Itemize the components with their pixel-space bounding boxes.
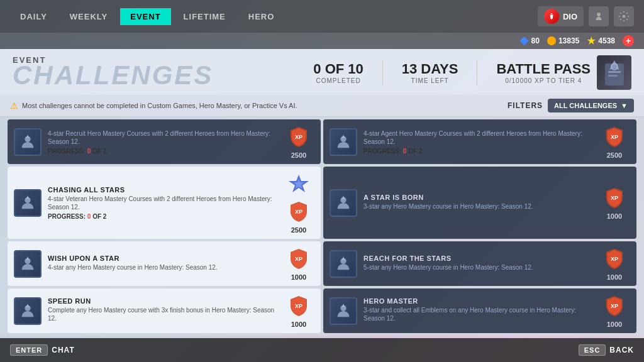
settings-icon-btn[interactable] [614, 6, 634, 26]
xp-shield-icon-4: XP [604, 186, 625, 210]
svg-text:XP: XP [611, 195, 618, 201]
blue-currency-icon [520, 36, 529, 45]
reward-value-1: 2500 [291, 151, 306, 159]
battle-pass-image [597, 55, 631, 90]
challenge-info-6: REACH FOR THE STARS5-star any Hero Maste… [364, 255, 592, 273]
challenge-reward-1: XP 2500 [283, 125, 314, 159]
warning-icon: ⚠ [10, 101, 18, 111]
filters-label: FILTERS [508, 101, 543, 110]
warning-message: ⚠ Most challenges cannot be completed in… [10, 101, 297, 111]
time-value: 13 DAYS [402, 61, 458, 77]
gold-currency-value: 13835 [558, 36, 579, 45]
svg-text:XP: XP [611, 256, 618, 262]
challenge-card-8[interactable]: HERO MASTER3-star and collect all Emblem… [323, 288, 636, 333]
completed-label: COMPLETED [316, 77, 360, 84]
add-currency-button[interactable]: + [623, 35, 634, 47]
stat-divider-1 [382, 60, 383, 85]
hero-avatar-5 [14, 250, 42, 278]
challenge-card-5[interactable]: WISH UPON A STAR4-star any Hero Mastery … [8, 241, 321, 286]
gold-currency: 13835 [547, 36, 579, 45]
challenge-desc-6: 5-star any Hero Mastery course in Hero M… [364, 263, 592, 272]
challenge-info-7: SPEED RUNComplete any Hero Mastery cours… [48, 297, 277, 324]
hero-avatar-1 [14, 128, 42, 156]
reward-value-3: 2500 [291, 226, 306, 234]
chat-label: CHAT [52, 346, 74, 354]
challenge-reward-2: XP 2500 [599, 125, 630, 159]
xp-shield-icon-1: XP [289, 125, 309, 149]
challenge-desc-1: 4-star Recruit Hero Mastery Courses with… [48, 129, 277, 146]
challenge-desc-7: Complete any Hero Mastery course with 3x… [48, 306, 277, 322]
stats-bar: 0 OF 10 COMPLETED 13 DAYS TIME LEFT BATT… [313, 55, 631, 90]
challenge-info-1: 4-star Recruit Hero Mastery Courses with… [48, 129, 277, 155]
tab-event[interactable]: EVENT [120, 8, 170, 25]
tab-lifetime[interactable]: LIFETIME [174, 8, 236, 25]
challenge-desc-3: 4-star Veteran Hero Mastery Courses with… [48, 195, 277, 211]
svg-rect-5 [608, 75, 618, 77]
badge-icon-3 [287, 172, 310, 197]
challenge-name-3: CHASING ALL STARS [48, 186, 277, 194]
challenge-reward-3: XP 2500 [283, 172, 314, 234]
challenge-card-6[interactable]: REACH FOR THE STARS5-star any Hero Maste… [323, 241, 636, 286]
challenge-reward-5: XP 1000 [283, 247, 314, 281]
challenge-card-7[interactable]: SPEED RUNComplete any Hero Mastery cours… [8, 288, 321, 333]
challenge-progress-2: PROGRESS: 0 OF 2 [364, 148, 592, 155]
warning-bar: ⚠ Most challenges cannot be completed in… [0, 95, 644, 117]
reward-value-8: 1000 [607, 321, 622, 328]
currency-row: 80 13835 4538 + [0, 33, 644, 49]
gold-currency-icon [547, 36, 556, 45]
user-info: DIO [538, 6, 584, 26]
reward-value-4: 1000 [607, 212, 622, 220]
page-header: EVENT CHALLENGES 0 OF 10 COMPLETED 13 DA… [0, 49, 644, 95]
tab-hero[interactable]: HERO [238, 8, 285, 25]
challenge-reward-6: XP 1000 [599, 247, 630, 281]
challenge-desc-4: 3-star any Hero Mastery course in Hero M… [364, 202, 592, 211]
blue-currency: 80 [520, 36, 540, 45]
time-stat: 13 DAYS TIME LEFT [402, 61, 458, 84]
completed-value: 0 OF 10 [313, 61, 363, 77]
time-label: TIME LEFT [411, 77, 449, 84]
challenge-desc-8: 3-star and collect all Emblems on any He… [364, 306, 592, 322]
hero-avatar-3 [14, 189, 42, 217]
chat-button[interactable]: ENTER CHAT [10, 344, 75, 356]
blue-currency-value: 80 [531, 36, 540, 45]
svg-text:XP: XP [611, 303, 618, 309]
warning-text-content: Most challenges cannot be completed in C… [22, 102, 297, 109]
challenge-info-5: WISH UPON A STAR4-star any Hero Mastery … [48, 255, 277, 273]
challenge-card-1[interactable]: 4-star Recruit Hero Mastery Courses with… [8, 119, 321, 164]
enter-key-badge: ENTER [10, 344, 48, 356]
user-avatar [544, 9, 559, 24]
challenge-reward-7: XP 1000 [283, 294, 314, 328]
bottom-bar: ENTER CHAT ESC BACK [0, 338, 644, 362]
stat-divider-2 [477, 60, 477, 85]
nav-tabs: DAILY WEEKLY EVENT LIFETIME HERO [10, 8, 284, 25]
tab-weekly[interactable]: WEEKLY [60, 8, 118, 25]
username: DIO [563, 12, 577, 21]
challenge-card-3[interactable]: CHASING ALL STARS4-star Veteran Hero Mas… [8, 167, 321, 239]
filters-area: FILTERS ALL CHALLENGES ▼ [508, 99, 634, 112]
svg-point-0 [597, 13, 601, 16]
hero-avatar-7 [14, 297, 42, 325]
reward-value-5: 1000 [291, 273, 306, 281]
profile-icon-btn[interactable] [589, 6, 609, 26]
svg-text:XP: XP [611, 134, 618, 140]
hero-avatar-2 [330, 128, 357, 156]
xp-shield-icon-6: XP [604, 247, 625, 271]
challenge-reward-8: XP 1000 [599, 294, 630, 328]
svg-text:XP: XP [295, 303, 303, 309]
back-button[interactable]: ESC BACK [579, 344, 634, 356]
challenge-name-8: HERO MASTER [364, 297, 592, 305]
xp-shield-icon-3: XP [289, 200, 309, 224]
challenge-desc-5: 4-star any Hero Mastery course in Hero M… [48, 263, 277, 272]
back-label: BACK [609, 346, 634, 354]
challenge-reward-4: XP 1000 [599, 186, 630, 220]
tab-daily[interactable]: DAILY [10, 8, 57, 25]
top-right-area: DIO [538, 6, 634, 26]
star-currency-icon [587, 36, 596, 45]
challenge-name-4: A STAR IS BORN [364, 194, 592, 201]
challenge-card-4[interactable]: A STAR IS BORN3-star any Hero Mastery co… [323, 167, 636, 239]
filter-dropdown[interactable]: ALL CHALLENGES ▼ [548, 99, 634, 112]
challenge-progress-1: PROGRESS: 0 OF 2 [48, 148, 277, 155]
challenge-card-2[interactable]: 4-star Agent Hero Mastery Courses with 2… [323, 119, 636, 164]
svg-text:XP: XP [295, 134, 303, 140]
challenges-grid: 4-star Recruit Hero Mastery Courses with… [0, 117, 644, 336]
